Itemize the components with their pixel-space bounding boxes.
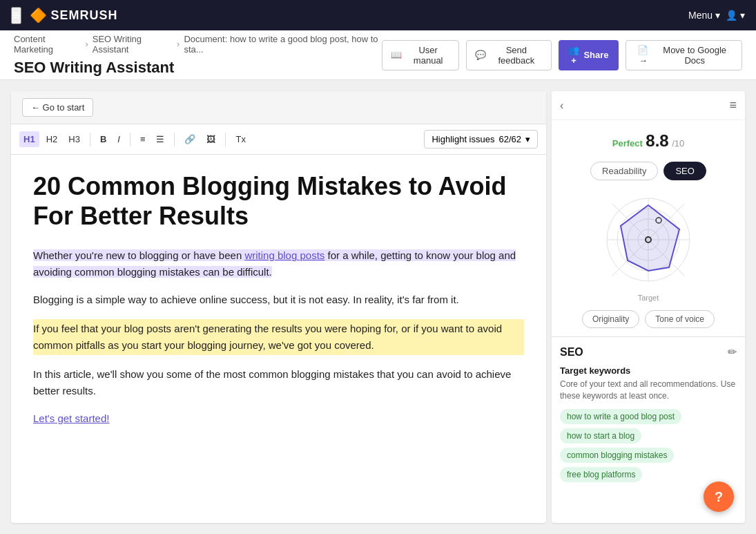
paragraph-4: In this article, we'll show you some of … xyxy=(33,366,524,399)
top-nav: ≡ 🔶 SEMRUSH Menu ▾ 👤 ▾ xyxy=(0,0,756,30)
breadcrumb-sep-1: › xyxy=(85,39,88,49)
share-button[interactable]: 👥+ Share xyxy=(559,40,619,70)
article-title: 20 Common Blogging Mistakes to Avoid For… xyxy=(33,171,524,231)
panel-options-button[interactable]: ≡ xyxy=(729,98,737,113)
move-to-google-docs-button[interactable]: 📄→ Move to Google Docs xyxy=(626,40,742,70)
unordered-list-button[interactable]: ☰ xyxy=(152,131,168,147)
highlighted-text-1: Whether you're new to blogging or have b… xyxy=(33,249,516,278)
ordered-list-button[interactable]: ≡ xyxy=(136,131,150,147)
radar-chart-container xyxy=(552,180,745,299)
main-tabs-row: Readability SEO xyxy=(552,156,745,180)
seo-edit-button[interactable]: ✏ xyxy=(728,345,737,359)
target-keywords-label: Target keywords xyxy=(560,365,737,376)
bold-button[interactable]: B xyxy=(96,131,110,147)
paragraph-1: Whether you're new to blogging or have b… xyxy=(33,247,524,280)
right-panel-header: ‹ ≡ xyxy=(552,91,745,120)
h1-button[interactable]: H1 xyxy=(19,131,39,147)
italic-button[interactable]: I xyxy=(113,131,124,147)
logo: 🔶 SEMRUSH xyxy=(30,7,118,23)
writing-blog-posts-link[interactable]: writing blog posts xyxy=(244,249,324,261)
target-keywords-desc: Core of your text and all recommendation… xyxy=(560,379,737,402)
tab-originality[interactable]: Originality xyxy=(582,310,639,328)
toolbar-separator-2 xyxy=(130,133,130,146)
editor-toolbar: H1 H2 H3 B I ≡ ☰ 🔗 🖼 Tx Highlight issues… xyxy=(11,124,546,155)
breadcrumb-left: Content Marketing › SEO Writing Assistan… xyxy=(14,34,382,77)
breadcrumb-sep-2: › xyxy=(177,39,180,49)
score-section: Perfect 8.8 /10 xyxy=(552,120,745,156)
keyword-tags: how to write a good blog post how to sta… xyxy=(560,409,737,482)
paragraph-5: Let's get started! xyxy=(33,410,524,427)
top-nav-right: Menu ▾ 👤 ▾ xyxy=(688,10,745,21)
breadcrumb-seo-writing-assistant[interactable]: SEO Writing Assistant xyxy=(93,34,173,55)
clear-formatting-button[interactable]: Tx xyxy=(231,131,249,147)
h2-button[interactable]: H2 xyxy=(42,131,62,147)
main-area: ← Go to start H1 H2 H3 B I ≡ ☰ 🔗 🖼 Tx Hi… xyxy=(0,80,756,534)
radar-chart xyxy=(600,191,697,288)
breadcrumb: Content Marketing › SEO Writing Assistan… xyxy=(14,34,382,55)
user-button[interactable]: 👤 ▾ xyxy=(726,10,745,21)
paragraph-3: If you feel that your blog posts aren't … xyxy=(33,319,524,355)
lets-get-started-link[interactable]: Let's get started! xyxy=(33,412,109,424)
page-title: SEO Writing Assistant xyxy=(14,59,382,77)
breadcrumb-actions: 📖 User manual 💬 Send feedback 👥+ Share 📄… xyxy=(382,40,742,70)
toolbar-separator-1 xyxy=(90,133,90,146)
hamburger-menu-button[interactable]: ≡ xyxy=(11,7,21,24)
edit-icon: ✏ xyxy=(728,346,737,358)
keyword-tag-3: common blogging mistakes xyxy=(560,448,674,463)
paragraph-2: Blogging is a simple way to achieve onli… xyxy=(33,292,524,308)
image-button[interactable]: 🖼 xyxy=(202,131,220,147)
tab-tone-of-voice[interactable]: Tone of voice xyxy=(645,310,715,328)
share-icon: 👥+ xyxy=(568,45,580,66)
toolbar-separator-4 xyxy=(225,133,226,146)
h3-button[interactable]: H3 xyxy=(64,131,84,147)
editor-panel: ← Go to start H1 H2 H3 B I ≡ ☰ 🔗 🖼 Tx Hi… xyxy=(11,91,546,523)
highlight-chevron: ▾ xyxy=(525,134,530,144)
breadcrumb-bar: Content Marketing › SEO Writing Assistan… xyxy=(0,30,756,80)
go-to-start-button[interactable]: ← Go to start xyxy=(22,98,93,117)
breadcrumb-document: Document: how to write a good blog post,… xyxy=(184,34,382,55)
breadcrumb-content-marketing[interactable]: Content Marketing xyxy=(14,34,81,55)
logo-icon: 🔶 xyxy=(30,7,47,23)
score-max: /10 xyxy=(672,138,684,149)
keyword-tag-2: how to start a blog xyxy=(560,428,641,444)
seo-title: SEO xyxy=(560,346,583,359)
highlight-issues-button[interactable]: Highlight issues 62/62 ▾ xyxy=(424,130,538,149)
google-docs-icon: 📄→ xyxy=(634,45,652,66)
menu-button[interactable]: Menu ▾ xyxy=(688,10,720,21)
tab-seo[interactable]: SEO xyxy=(663,162,706,180)
collapse-panel-button[interactable]: ‹ xyxy=(560,99,563,112)
right-panel: ‹ ≡ Perfect 8.8 /10 Readability SEO xyxy=(552,91,745,523)
highlighted-text-2: If you feel that your blog posts aren't … xyxy=(33,319,524,355)
feedback-icon: 💬 xyxy=(475,50,486,60)
book-icon: 📖 xyxy=(391,50,402,60)
keyword-tag-1: how to write a good blog post xyxy=(560,409,681,424)
score-number: 8.8 xyxy=(646,131,668,150)
editor-content[interactable]: 20 Common Blogging Mistakes to Avoid For… xyxy=(11,155,546,523)
seo-header: SEO ✏ xyxy=(560,345,737,359)
tab-readability[interactable]: Readability xyxy=(590,162,658,180)
send-feedback-button[interactable]: 💬 Send feedback xyxy=(466,40,552,70)
secondary-tabs-row: Originality Tone of voice xyxy=(552,307,745,336)
highlight-label: Highlight issues xyxy=(432,134,494,144)
help-button[interactable]: ? xyxy=(704,481,734,512)
highlight-count: 62/62 xyxy=(498,134,521,144)
score-prefix: Perfect xyxy=(612,138,643,149)
keyword-tag-4: free blog platforms xyxy=(560,467,642,482)
top-nav-left: ≡ 🔶 SEMRUSH xyxy=(11,7,118,24)
logo-text: SEMRUSH xyxy=(51,8,118,23)
go-to-start-bar: ← Go to start xyxy=(11,91,546,124)
toolbar-separator-3 xyxy=(174,133,175,146)
user-manual-button[interactable]: 📖 User manual xyxy=(382,40,459,70)
link-button[interactable]: 🔗 xyxy=(180,131,200,147)
